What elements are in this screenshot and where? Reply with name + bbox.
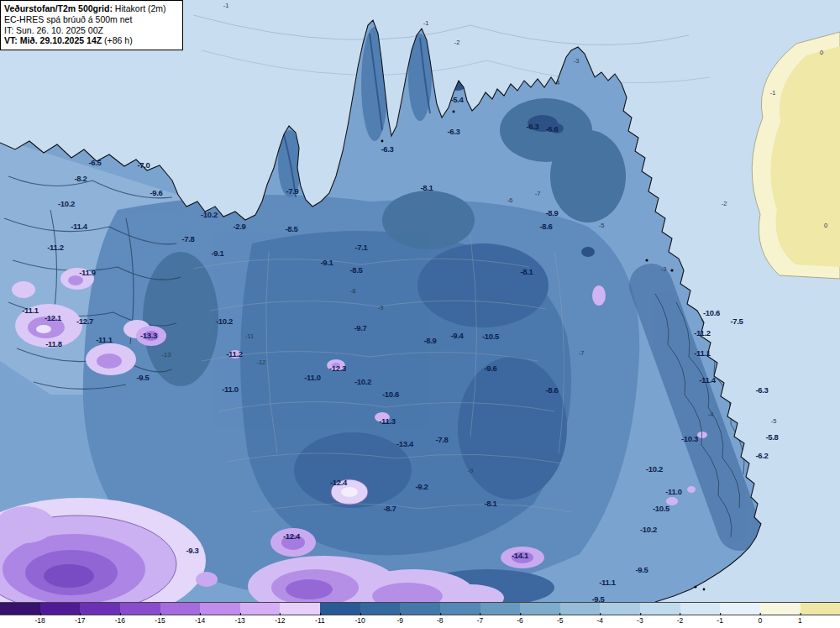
colorbar-tick: 0 [758, 616, 762, 625]
colorbar-tick: -14 [195, 616, 205, 625]
colorbar-tick: -5 [557, 616, 564, 625]
product-title: Veðurstofan/T2m 500grid: Hitakort (2m) [4, 3, 176, 14]
colorbar-segment [280, 603, 320, 615]
colorbar-tick: -18 [34, 616, 45, 625]
colorbar-tick: -10 [354, 616, 365, 625]
colorbar-segment [40, 603, 81, 615]
colorbar-segment [320, 603, 360, 615]
colorbar-segment [760, 603, 801, 615]
colorbar-segment [680, 603, 721, 615]
temperature-map-svg [0, 0, 840, 602]
colorbar-ticks: -18-17-16-15-14-13-12-11-10-9-8-7-6-5-4-… [0, 615, 840, 627]
model-line: EC-HRES spá brúuð á 500m net [4, 14, 176, 25]
colorbar-tick: -11 [315, 616, 325, 625]
colorbar-segment [80, 603, 120, 615]
colorbar-tick: -9 [396, 616, 403, 625]
map-canvas: -6.5-8.2-7.0-9.6-10.2-11.4-10.2-2.9-11.2… [0, 0, 840, 602]
colorbar-tick: -6 [517, 616, 523, 625]
colorbar-tick: -13 [235, 616, 245, 625]
colorbar-segment [640, 603, 680, 615]
colorbar-tick: -4 [597, 616, 604, 625]
colorbar-segment [560, 603, 601, 615]
colorbar-segment [240, 603, 281, 615]
colorbar-tick: -15 [155, 616, 165, 625]
colorbar-segment [160, 603, 201, 615]
temperature-colorbar: -18-17-16-15-14-13-12-11-10-9-8-7-6-5-4-… [0, 602, 840, 628]
colorbar-segment [801, 603, 840, 615]
colorbar-segment [200, 603, 240, 615]
colorbar-segment [440, 603, 480, 615]
colorbar-tick: -1 [717, 616, 723, 625]
colorbar-tick: -7 [477, 616, 484, 625]
colorbar-segment [480, 603, 521, 615]
colorbar-tick: -16 [115, 616, 125, 625]
colorbar-segment [120, 603, 160, 615]
colorbar-segment [0, 603, 40, 615]
colorbar-tick: -2 [677, 616, 684, 625]
colorbar-tick: -8 [437, 616, 444, 625]
valid-time: VT: Mið. 29.10.2025 14Z (+86 h) [4, 35, 176, 46]
colorbar-tick: -17 [75, 616, 85, 625]
colorbar-tick: -12 [275, 616, 285, 625]
colorbar-tick: 1 [798, 616, 802, 625]
colorbar-segment [400, 603, 440, 615]
colorbar-segment [720, 603, 760, 615]
forecast-info-box: Veðurstofan/T2m 500grid: Hitakort (2m) E… [0, 0, 183, 50]
colorbar-strip [0, 602, 840, 615]
colorbar-segment [520, 603, 560, 615]
colorbar-tick: -3 [637, 616, 643, 625]
init-time: IT: Sun. 26. 10. 2025 00Z [4, 25, 176, 36]
colorbar-segment [600, 603, 640, 615]
colorbar-segment [360, 603, 401, 615]
